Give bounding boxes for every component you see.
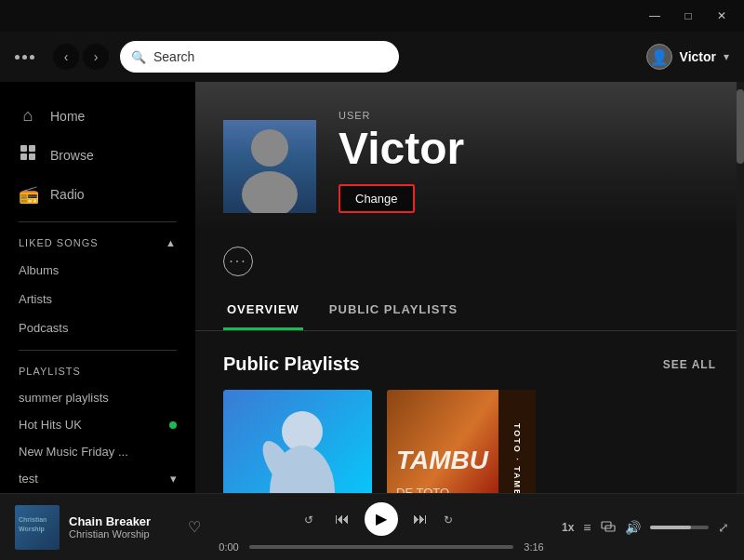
queue-button[interactable]: ≡ (583, 520, 591, 535)
track-info: Chain Breaker Christian Worship (69, 514, 179, 540)
playlist-label-hothits: Hot Hits UK (19, 418, 82, 432)
user-area[interactable]: 👤 Victor ▾ (646, 44, 729, 70)
dots-menu[interactable] (15, 55, 34, 60)
more-options-button[interactable]: ··· (223, 247, 253, 276)
cover-side-text: TOTO · TAMBU (512, 423, 522, 493)
avatar-background (223, 120, 316, 213)
devices-button[interactable] (601, 518, 616, 536)
sidebar-item-radio[interactable]: 📻 Radio (0, 175, 195, 214)
playlists-section-label: PLAYLISTS (19, 366, 81, 377)
play-button[interactable]: ▶ (365, 502, 398, 536)
forward-button[interactable]: › (83, 44, 109, 70)
sidebar-divider (19, 221, 177, 222)
close-button[interactable]: ✕ (707, 5, 737, 27)
svg-text:Christian: Christian (19, 516, 46, 523)
expand-button[interactable]: ⤢ (718, 520, 729, 535)
scrollbar-thumb[interactable] (737, 89, 744, 164)
playlist-label-summer: summer playlists (19, 391, 109, 405)
change-button[interactable]: Change (339, 184, 415, 213)
svg-point-4 (251, 129, 288, 167)
maximize-button[interactable]: □ (673, 5, 703, 27)
main-content: USER Victor Change ··· OVERVIEW PUBLIC P… (195, 82, 744, 493)
radio-icon: 📻 (19, 184, 37, 205)
profile-info: USER Victor Change (339, 110, 464, 213)
back-button[interactable]: ‹ (53, 44, 79, 70)
rewind-button[interactable]: ↺ (303, 511, 320, 527)
player-bar: Christian Worship Chain Breaker Christia… (0, 493, 744, 560)
sidebar-item-podcasts[interactable]: Podcasts (0, 313, 195, 342)
sidebar-playlist-hothits[interactable]: Hot Hits UK (0, 411, 195, 438)
progress-bar[interactable] (249, 545, 513, 549)
svg-point-5 (242, 171, 298, 213)
scrollbar-track (737, 82, 744, 493)
nav-arrows: ‹ › (53, 44, 109, 70)
sidebar-item-artists[interactable]: Artists (0, 285, 195, 313)
dot-1 (15, 55, 20, 60)
progress-area: 0:00 3:16 (216, 541, 547, 553)
playlist-grid: New Music FRIDAY (223, 390, 716, 493)
player-controls: ↺ ⏮ ▶ ⏭ ↻ 0:00 3:16 (216, 502, 547, 553)
svg-text:↻: ↻ (444, 513, 453, 527)
chevron-down-icon: ▾ (724, 50, 729, 63)
profile-actions: ··· (195, 232, 744, 291)
browse-icon (19, 144, 37, 166)
content-area: ⌂ Home Browse 📻 (0, 82, 744, 493)
profile-tabs: OVERVIEW PUBLIC PLAYLISTS (195, 291, 744, 331)
control-buttons: ↺ ⏮ ▶ ⏭ ↻ (303, 502, 459, 536)
tambu-bg: TAMBU DE TOTO TOTO · TAMBU (387, 390, 536, 493)
sidebar-divider-2 (19, 350, 177, 351)
svg-rect-1 (29, 145, 35, 152)
fast-forward-button[interactable]: ↻ (443, 511, 459, 527)
time-total: 3:16 (521, 541, 547, 553)
svg-rect-2 (20, 153, 27, 160)
search-bar[interactable]: 🔍 Search (120, 41, 399, 73)
title-bar: — □ ✕ (0, 0, 744, 32)
chevron-up-icon: ▲ (166, 237, 177, 248)
player-track: Christian Worship Chain Breaker Christia… (15, 505, 201, 550)
minimize-button[interactable]: — (640, 5, 670, 27)
next-button[interactable]: ⏭ (413, 511, 428, 527)
svg-rect-3 (29, 153, 35, 160)
volume-button[interactable]: 🔊 (625, 520, 641, 535)
public-playlists-title: Public Playlists (223, 353, 360, 375)
playlist-card-tambu[interactable]: TAMBU DE TOTO TOTO · TAMBU (387, 390, 536, 493)
svg-text:↺: ↺ (304, 513, 313, 527)
player-right: 1x ≡ 🔊 ⤢ (562, 518, 729, 536)
speed-label: 1x (562, 521, 574, 534)
sidebar-playlist-test[interactable]: test ▾ (0, 465, 195, 492)
profile-name: Victor (339, 127, 464, 171)
avatar: 👤 (646, 44, 672, 70)
profile-header: USER Victor Change (195, 82, 744, 232)
svg-text:DE TOTO: DE TOTO (396, 486, 449, 493)
svg-text:Worship: Worship (19, 526, 45, 533)
chevron-down-small-icon: ▾ (170, 472, 177, 486)
heart-button[interactable]: ♡ (188, 518, 201, 536)
volume-bar[interactable] (650, 526, 709, 529)
previous-button[interactable]: ⏮ (335, 511, 350, 527)
see-all-button[interactable]: SEE ALL (663, 358, 716, 371)
playlist-cover-2: TAMBU DE TOTO TOTO · TAMBU (387, 390, 536, 493)
sidebar-playlist-summer[interactable]: summer playlists (0, 384, 195, 411)
album-art: TAMBU DE TOTO (387, 390, 498, 493)
albums-label: Albums (19, 263, 59, 277)
sidebar-nav: ⌂ Home Browse 📻 (0, 82, 195, 493)
track-artist: Christian Worship (69, 528, 179, 540)
playlist-card-new-music-friday[interactable]: New Music FRIDAY (223, 390, 372, 493)
sidebar-item-albums[interactable]: Albums (0, 256, 195, 285)
search-input[interactable]: Search (153, 49, 388, 64)
sidebar-item-label-home: Home (50, 109, 85, 124)
toto-tambu-overlay: TOTO · TAMBU (498, 390, 536, 493)
sidebar-item-label-browse: Browse (50, 148, 94, 163)
sidebar-playlist-newmusic[interactable]: New Music Friday ... (0, 438, 195, 465)
sidebar-item-home[interactable]: ⌂ Home (0, 97, 195, 135)
sidebar-item-browse[interactable]: Browse (0, 135, 195, 175)
time-current: 0:00 (216, 541, 242, 553)
track-thumbnail: Christian Worship (15, 505, 60, 550)
app-container: ‹ › 🔍 Search 👤 Victor ▾ ⌂ Home (0, 32, 744, 560)
playlist-cover-1: New Music FRIDAY (223, 390, 372, 493)
tab-overview[interactable]: OVERVIEW (223, 291, 303, 330)
podcasts-label: Podcasts (19, 321, 68, 335)
search-icon: 🔍 (131, 50, 146, 64)
tab-public-playlists[interactable]: PUBLIC PLAYLISTS (326, 291, 461, 330)
playlist-label-test: test (19, 472, 38, 486)
